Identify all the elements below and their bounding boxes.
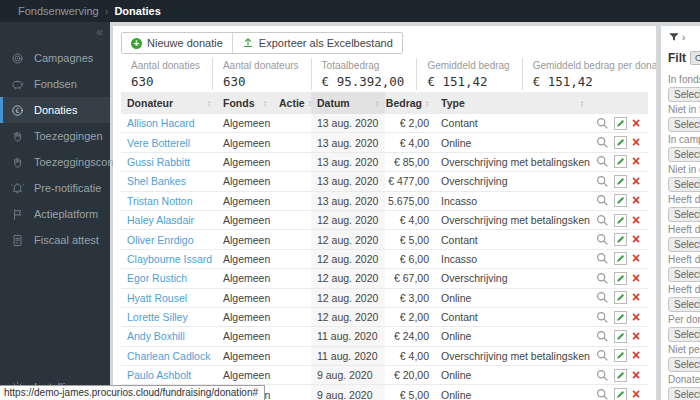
delete-icon[interactable]: × — [632, 194, 644, 207]
filter-select[interactable]: Select — [668, 177, 700, 192]
donor-link[interactable]: Oliver Enrdigo — [127, 234, 194, 246]
donor-link[interactable]: Shel Bankes — [127, 175, 186, 187]
donor-link[interactable]: Vere Botterell — [127, 137, 190, 149]
filter-options-badge[interactable]: Ope — [690, 51, 700, 65]
edit-icon[interactable] — [614, 214, 627, 227]
search-icon[interactable] — [596, 272, 609, 285]
edit-icon[interactable] — [614, 252, 627, 265]
filter-select[interactable]: Select — [668, 207, 700, 222]
edit-icon[interactable] — [614, 136, 627, 149]
cell-bedrag: € 6,00 — [385, 250, 435, 268]
edit-icon[interactable] — [614, 272, 627, 285]
search-icon[interactable] — [596, 291, 609, 304]
donor-link[interactable]: Hyatt Rousel — [127, 292, 187, 304]
cell-datum: 12 aug. 2020 — [311, 211, 385, 229]
donor-link[interactable]: Andy Boxhill — [127, 330, 185, 342]
delete-icon[interactable]: × — [632, 136, 644, 149]
search-icon[interactable] — [596, 233, 609, 246]
filter-select[interactable]: Select — [668, 387, 700, 400]
edit-icon[interactable] — [614, 194, 627, 207]
delete-icon[interactable]: × — [632, 369, 644, 382]
donor-link[interactable]: Lorette Silley — [127, 311, 188, 323]
sidebar-collapse-icon[interactable]: « — [0, 22, 110, 45]
search-icon[interactable] — [596, 369, 609, 382]
delete-icon[interactable]: × — [632, 233, 644, 246]
donor-link[interactable]: Tristan Notton — [127, 195, 193, 207]
filter-select[interactable]: Select — [668, 237, 700, 252]
edit-icon[interactable] — [614, 349, 627, 362]
row-actions: × — [590, 327, 648, 345]
filter-label: Per don — [668, 314, 700, 326]
search-icon[interactable] — [596, 175, 609, 188]
edit-icon[interactable] — [614, 311, 627, 324]
delete-icon[interactable]: × — [632, 252, 644, 265]
search-icon[interactable] — [596, 311, 609, 324]
table-row: Tristan Notton Algemeen 13 aug. 2020 € 5… — [121, 192, 648, 211]
delete-icon[interactable]: × — [632, 349, 644, 362]
donor-link[interactable]: Paulo Ashbolt — [127, 369, 191, 381]
column-header-donateur[interactable]: Donateur↕ — [121, 92, 217, 114]
search-icon[interactable] — [596, 388, 609, 400]
filter-toggle[interactable]: › — [668, 31, 700, 43]
toolbar-button-nieuwe-donatie[interactable]: + Nieuwe donatie — [122, 33, 232, 53]
sidebar-item-pre-notificatie[interactable]: Pre-notificatie — [0, 175, 110, 201]
edit-icon[interactable] — [614, 388, 627, 400]
donor-link[interactable]: Gussi Rabbitt — [127, 156, 190, 168]
column-header-fonds[interactable]: Fonds↕ — [217, 92, 273, 114]
column-header-type[interactable]: Type↕ — [435, 92, 590, 114]
filter-select[interactable]: Select — [668, 87, 700, 102]
filter-select[interactable]: Select — [668, 297, 700, 312]
delete-icon[interactable]: × — [632, 175, 644, 188]
sidebar-item-campagnes[interactable]: Campagnes — [0, 45, 110, 71]
edit-icon[interactable] — [614, 369, 627, 382]
sidebar-item-actieplatform[interactable]: Actieplatform — [0, 201, 110, 227]
column-header-bedrag[interactable]: Bedrag↕ — [385, 92, 435, 114]
stat-label: Aantal donaties — [131, 60, 200, 71]
delete-icon[interactable]: × — [632, 388, 644, 400]
sidebar-item-fiscaal-attest[interactable]: Fiscaal attest — [0, 227, 110, 253]
cell-fonds: Algemeen — [217, 366, 273, 384]
column-header-actie[interactable]: Actie↕ — [273, 92, 311, 114]
edit-icon[interactable] — [614, 155, 627, 168]
sidebar-item-donaties[interactable]: € Donaties — [0, 97, 110, 123]
delete-icon[interactable]: × — [632, 272, 644, 285]
sidebar-item-fondsen[interactable]: Fondsen — [0, 71, 110, 97]
status-url: https://demo-james.procurios.cloud/fundr… — [0, 385, 265, 400]
delete-icon[interactable]: × — [632, 291, 644, 304]
filter-select[interactable]: Select — [668, 267, 700, 282]
cell-bedrag: € 477,00 — [385, 172, 435, 190]
search-icon[interactable] — [596, 252, 609, 265]
delete-icon[interactable]: × — [632, 117, 644, 130]
toolbar-button-exporteer-als-excelbestand[interactable]: Exporteer als Excelbestand — [232, 33, 402, 53]
edit-icon[interactable] — [614, 291, 627, 304]
breadcrumb-parent[interactable]: Fondsenwerving — [18, 5, 99, 17]
donor-link[interactable]: Charlean Cadlock — [127, 350, 210, 362]
edit-icon[interactable] — [614, 233, 627, 246]
sidebar-item-toezeggingscontrole[interactable]: Toezeggingscontrole — [0, 149, 110, 175]
filter-select[interactable]: Select — [668, 147, 700, 162]
topbar: Fondsenwerving › Donaties — [0, 0, 700, 22]
donor-link[interactable]: Egor Rustich — [127, 272, 187, 284]
sidebar-item-toezeggingen[interactable]: Toezeggingen — [0, 123, 110, 149]
search-icon[interactable] — [596, 117, 609, 130]
search-icon[interactable] — [596, 349, 609, 362]
edit-icon[interactable] — [614, 117, 627, 130]
filter-select[interactable]: Select — [668, 357, 700, 372]
edit-icon[interactable] — [614, 175, 627, 188]
search-icon[interactable] — [596, 136, 609, 149]
search-icon[interactable] — [596, 155, 609, 168]
donor-link[interactable]: Allison Hacard — [127, 117, 195, 129]
search-icon[interactable] — [596, 214, 609, 227]
delete-icon[interactable]: × — [632, 311, 644, 324]
donor-link[interactable]: Haley Alasdair — [127, 214, 194, 226]
edit-icon[interactable] — [614, 330, 627, 343]
search-icon[interactable] — [596, 194, 609, 207]
filter-select[interactable]: Select — [668, 117, 700, 132]
delete-icon[interactable]: × — [632, 214, 644, 227]
delete-icon[interactable]: × — [632, 155, 644, 168]
filter-select[interactable]: Select — [668, 327, 700, 342]
donor-link[interactable]: Claybourne Issard — [127, 253, 212, 265]
delete-icon[interactable]: × — [632, 330, 644, 343]
column-header-datum[interactable]: Datum↕ — [311, 92, 385, 114]
search-icon[interactable] — [596, 330, 609, 343]
